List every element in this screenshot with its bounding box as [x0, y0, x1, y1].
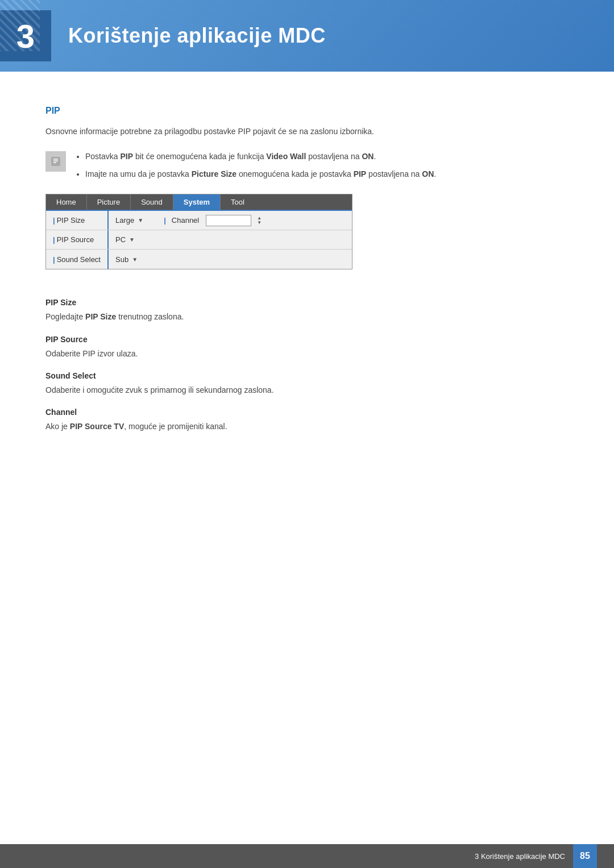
- menu-row-sound-select: |Sound Select Sub ▼: [46, 250, 352, 269]
- tab-system[interactable]: System: [173, 194, 221, 210]
- note-bullets-list: Postavka PIP bit će onemogućena kada je …: [75, 150, 436, 180]
- channel-label: Channel: [172, 216, 199, 225]
- footer-page-number: 85: [573, 844, 597, 868]
- subsection-body-channel: Ako je PIP Source TV, moguće je promijen…: [45, 420, 569, 433]
- page-header: 3 Korištenje aplikacije MDC: [0, 0, 614, 72]
- channel-input[interactable]: [206, 215, 251, 226]
- menu-row-pip-size: |PIP Size Large ▼ | Channel ▲ ▼: [46, 211, 352, 230]
- label-sound-select: |Sound Select: [46, 250, 109, 269]
- page-footer: 3 Korištenje aplikacije MDC 85: [0, 844, 614, 868]
- tab-home[interactable]: Home: [46, 194, 87, 210]
- subsection-body-sound-select: Odaberite i omogućite zvuk s primarnog i…: [45, 384, 569, 396]
- value-sound-select: Sub ▼: [109, 255, 352, 264]
- label-pip-source: |PIP Source: [46, 230, 109, 249]
- subsection-title-channel: Channel: [45, 408, 569, 417]
- section-heading: PIP: [45, 106, 569, 116]
- menu-table: Home Picture Sound System Tool |PIP Size…: [45, 194, 352, 269]
- note-bullet-1: Postavka PIP bit će onemogućena kada je …: [85, 150, 436, 163]
- sound-select-value: Sub: [115, 255, 128, 264]
- note-bullet-2: Imajte na umu da je postavka Picture Siz…: [85, 168, 436, 180]
- tab-sound[interactable]: Sound: [131, 194, 173, 210]
- label-pip-size: |PIP Size: [46, 211, 109, 230]
- footer-text: 3 Korištenje aplikacije MDC: [475, 852, 565, 861]
- note-icon: [45, 151, 66, 172]
- channel-separator: |: [164, 216, 166, 225]
- sound-select-dropdown-arrow[interactable]: ▼: [132, 256, 138, 263]
- page-title: Korištenje aplikacije MDC: [68, 24, 326, 48]
- subsection-title-pip-source: PIP Source: [45, 335, 569, 344]
- pip-size-dropdown-arrow[interactable]: ▼: [138, 217, 143, 223]
- pencil-icon: [49, 155, 62, 168]
- menu-tabs: Home Picture Sound System Tool: [46, 194, 352, 210]
- pip-source-dropdown-arrow[interactable]: ▼: [129, 236, 135, 243]
- menu-row-pip-source: |PIP Source PC ▼: [46, 230, 352, 250]
- subsection-title-pip-size: PIP Size: [45, 298, 569, 307]
- section-intro: Osnovne informacije potrebne za prilagod…: [45, 125, 569, 138]
- main-content: PIP Osnovne informacije potrebne za pril…: [0, 72, 614, 484]
- tab-tool[interactable]: Tool: [221, 194, 255, 210]
- channel-spinner[interactable]: ▲ ▼: [257, 216, 262, 225]
- tab-picture[interactable]: Picture: [87, 194, 131, 210]
- menu-body: |PIP Size Large ▼ | Channel ▲ ▼ |PIP: [46, 210, 352, 269]
- subsection-body-pip-size: Pogledajte PIP Size trenutnog zaslona.: [45, 310, 569, 323]
- header-decoration: [0, 0, 40, 51]
- pip-source-value: PC: [115, 235, 126, 244]
- subsection-body-pip-source: Odaberite PIP izvor ulaza.: [45, 347, 569, 360]
- pip-size-value: Large: [115, 216, 134, 225]
- svg-rect-0: [51, 157, 60, 166]
- subsection-title-sound-select: Sound Select: [45, 371, 569, 380]
- note-box: Postavka PIP bit će onemogućena kada je …: [45, 150, 569, 180]
- value-pip-size: Large ▼ | Channel ▲ ▼: [109, 215, 352, 226]
- value-pip-source: PC ▼: [109, 235, 352, 244]
